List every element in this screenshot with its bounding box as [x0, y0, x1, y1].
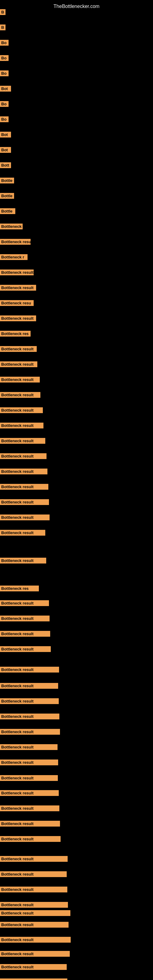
bottleneck-item-44: Bottleneck result: [0, 714, 59, 719]
bottleneck-item-12: Bottle: [0, 193, 14, 199]
bottleneck-item-23: Bottleneck result: [0, 361, 37, 367]
bottleneck-item-28: Bottleneck result: [0, 438, 45, 444]
bottleneck-item-21: Bottleneck res: [0, 331, 30, 337]
site-title: TheBottlenecker.com: [0, 1, 153, 12]
bottleneck-item-3: Bo: [0, 55, 9, 61]
bottleneck-item-56: Bottleneck result: [0, 902, 68, 908]
bottleneck-item-30: Bottleneck result: [0, 469, 48, 474]
bottleneck-item-14: Bottleneck: [0, 224, 22, 229]
bottleneck-item-60: Bottleneck result: [0, 951, 70, 957]
bottleneck-item-27: Bottleneck result: [0, 423, 43, 428]
bottleneck-item-46: Bottleneck result: [0, 744, 57, 750]
bottleneck-item-52: Bottleneck result: [0, 836, 61, 842]
bottleneck-item-8: Bot: [0, 132, 11, 137]
bottleneck-item-13: Bottle: [0, 208, 15, 214]
bottleneck-item-31: Bottleneck result: [0, 484, 48, 490]
bottleneck-item-5: Bot: [0, 86, 11, 92]
bottleneck-item-58: Bottleneck result: [0, 922, 69, 928]
bottleneck-item-1: B: [0, 24, 5, 30]
bottleneck-item-59: Bottleneck result: [0, 937, 71, 943]
bottleneck-item-26: Bottleneck result: [0, 407, 43, 413]
bottleneck-item-18: Bottleneck result: [0, 285, 36, 291]
bottleneck-item-43: Bottleneck result: [0, 698, 59, 704]
bottleneck-item-51: Bottleneck result: [0, 821, 60, 827]
bottleneck-item-61: Bottleneck result: [0, 964, 67, 970]
bottleneck-item-10: Bott: [0, 162, 11, 168]
bottleneck-item-17: Bottleneck result: [0, 269, 33, 275]
bottleneck-item-55: Bottleneck result: [0, 886, 67, 892]
bottleneck-item-53: Bottleneck result: [0, 856, 68, 862]
bottleneck-item-7: Bo: [0, 116, 9, 122]
bottleneck-item-40: Bottleneck result: [0, 646, 51, 652]
bottleneck-item-19: Bottleneck resu: [0, 300, 33, 306]
bottleneck-item-33: Bottleneck result: [0, 514, 49, 520]
bottleneck-item-15: Bottleneck resu: [0, 239, 30, 245]
bottleneck-item-47: Bottleneck result: [0, 759, 58, 765]
bottleneck-item-9: Bot: [0, 147, 11, 153]
bottleneck-item-50: Bottleneck result: [0, 805, 59, 811]
bottleneck-item-38: Bottleneck result: [0, 616, 49, 621]
bottleneck-item-54: Bottleneck result: [0, 871, 67, 877]
bottleneck-item-41: Bottleneck result: [0, 667, 59, 673]
bottleneck-item-62: Bottleneck result: [0, 978, 67, 980]
bottleneck-item-36: Bottleneck res: [0, 585, 39, 591]
bottleneck-item-48: Bottleneck result: [0, 775, 58, 781]
bottleneck-item-42: Bottleneck result: [0, 683, 58, 689]
bottleneck-item-20: Bottleneck result: [0, 315, 36, 321]
bottleneck-item-32: Bottleneck result: [0, 499, 49, 505]
bottleneck-item-4: Bo: [0, 70, 9, 76]
bottleneck-item-6: Bo: [0, 101, 9, 107]
bottleneck-item-37: Bottleneck result: [0, 600, 49, 606]
bottleneck-item-2: Bo: [0, 40, 9, 46]
bottleneck-item-0: B: [0, 9, 5, 15]
bottleneck-item-24: Bottleneck result: [0, 377, 40, 382]
bottleneck-item-57: Bottleneck result: [0, 910, 70, 916]
bottleneck-item-11: Bottle: [0, 178, 14, 183]
bottleneck-item-29: Bottleneck result: [0, 453, 46, 459]
bottleneck-item-25: Bottleneck result: [0, 392, 40, 398]
bottleneck-item-49: Bottleneck result: [0, 790, 59, 796]
bottleneck-item-35: Bottleneck result: [0, 558, 46, 563]
bottleneck-item-45: Bottleneck result: [0, 729, 60, 735]
bottleneck-item-34: Bottleneck result: [0, 530, 45, 536]
bottleneck-item-39: Bottleneck result: [0, 631, 50, 637]
bottleneck-item-16: Bottleneck r: [0, 254, 27, 260]
bottleneck-item-22: Bottleneck result: [0, 346, 37, 352]
